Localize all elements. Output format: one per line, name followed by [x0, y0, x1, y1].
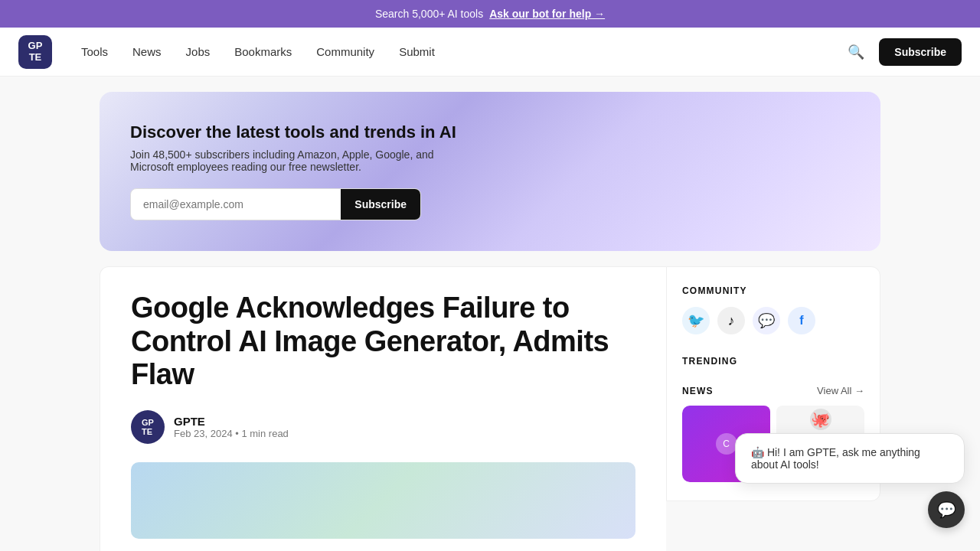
- author-name: GPTE: [174, 415, 289, 428]
- discord-symbol: 💬: [758, 312, 775, 329]
- chat-button[interactable]: 💬: [928, 491, 965, 528]
- search-icon: 🔍: [848, 44, 864, 60]
- article-title: Google Acknowledges Failure to Control A…: [131, 292, 635, 392]
- search-button[interactable]: 🔍: [842, 38, 870, 66]
- nav-submit[interactable]: Submit: [388, 39, 446, 64]
- author-row: GPTE GPTE Feb 23, 2024 • 1 min read: [131, 410, 635, 444]
- nav-subscribe-button[interactable]: Subscribe: [879, 38, 962, 66]
- chat-popup: 🤖 Hi! I am GPTE, ask me anything about A…: [735, 433, 965, 484]
- nav-bookmarks[interactable]: Bookmarks: [224, 39, 302, 64]
- article-image-preview: [131, 462, 635, 539]
- banner-link[interactable]: Ask our bot for help →: [489, 8, 605, 20]
- author-meta: Feb 23, 2024 • 1 min read: [174, 428, 289, 439]
- community-section-title: COMMUNITY: [682, 285, 864, 296]
- chat-popup-text: 🤖 Hi! I am GPTE, ask me anything about A…: [751, 446, 920, 471]
- thumb-icon-c: C: [716, 433, 737, 455]
- email-input[interactable]: [131, 189, 341, 220]
- article-date: Feb 23, 2024: [174, 428, 233, 439]
- article-section: Google Acknowledges Failure to Control A…: [100, 266, 666, 551]
- trending-section-title: TRENDING: [682, 356, 864, 367]
- tiktok-icon[interactable]: ♪: [717, 307, 745, 334]
- news-section-title: NEWS: [682, 386, 714, 396]
- nav-tools[interactable]: Tools: [70, 39, 119, 64]
- navbar: GPTE Tools News Jobs Bookmarks Community…: [0, 28, 980, 77]
- main-content: Google Acknowledges Failure to Control A…: [100, 266, 880, 551]
- discord-icon[interactable]: 💬: [753, 307, 780, 334]
- hero-description: Join 48,500+ subscribers including Amazo…: [130, 148, 452, 173]
- nav-links: Tools News Jobs Bookmarks Community Subm…: [70, 39, 842, 64]
- banner-text: Search 5,000+ AI tools: [375, 8, 483, 20]
- facebook-symbol: f: [799, 314, 803, 328]
- nav-community[interactable]: Community: [305, 39, 385, 64]
- trending-section: TRENDING: [682, 356, 864, 367]
- news-header: NEWS View All →: [682, 385, 864, 396]
- view-all-link[interactable]: View All →: [817, 385, 864, 396]
- top-banner: Search 5,000+ AI tools Ask our bot for h…: [0, 0, 980, 28]
- facebook-icon[interactable]: f: [788, 307, 815, 334]
- twitter-symbol: 🐦: [688, 312, 704, 329]
- author-info: GPTE Feb 23, 2024 • 1 min read: [174, 415, 289, 439]
- nav-jobs[interactable]: Jobs: [175, 39, 221, 64]
- tiktok-symbol: ♪: [728, 313, 735, 329]
- thumb-icons-1: C: [716, 433, 737, 455]
- nav-news[interactable]: News: [122, 39, 172, 64]
- community-icons: 🐦 ♪ 💬 f: [682, 307, 864, 334]
- author-avatar: GPTE: [131, 410, 165, 444]
- thumb-icon-octopus: 🐙: [810, 409, 831, 430]
- email-form: Subscribe: [130, 188, 421, 220]
- hero-subscribe-button[interactable]: Subscribe: [341, 189, 420, 220]
- nav-right: 🔍 Subscribe: [842, 38, 962, 66]
- read-time: 1 min read: [241, 428, 288, 439]
- hero-section: Discover the latest tools and trends in …: [100, 92, 880, 251]
- hero-title: Discover the latest tools and trends in …: [130, 122, 850, 142]
- author-avatar-text: GPTE: [142, 418, 154, 436]
- twitter-icon[interactable]: 🐦: [682, 307, 710, 334]
- chat-button-icon: 💬: [937, 500, 956, 519]
- logo[interactable]: GPTE: [18, 35, 52, 69]
- logo-text: GPTE: [28, 41, 43, 63]
